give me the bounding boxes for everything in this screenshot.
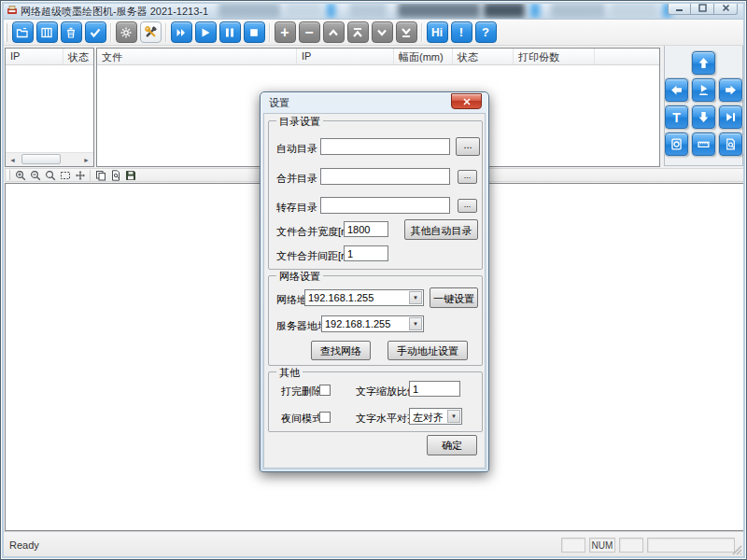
dialog-title: 设置 bbox=[269, 97, 289, 108]
column-header-status[interactable]: 状态 bbox=[63, 49, 93, 64]
window-controls bbox=[668, 2, 738, 15]
chevron-down-icon[interactable]: ▼ bbox=[409, 317, 422, 330]
question-icon: ? bbox=[482, 26, 489, 38]
move-down-button[interactable] bbox=[372, 21, 393, 43]
column-header-ip[interactable]: IP bbox=[297, 49, 394, 64]
status-bar: Ready NUM bbox=[2, 531, 745, 558]
send-all-button[interactable] bbox=[171, 21, 192, 43]
transfer-directory-browse-button[interactable]: ... bbox=[458, 199, 477, 213]
night-mode-checkbox[interactable] bbox=[319, 412, 331, 423]
dialog-close-button[interactable] bbox=[451, 93, 482, 109]
columns-button[interactable] bbox=[36, 21, 58, 43]
chevron-down-icon[interactable]: ▼ bbox=[409, 291, 422, 304]
maximize-button[interactable] bbox=[691, 2, 714, 15]
select-region-button[interactable] bbox=[58, 169, 73, 181]
add-button[interactable]: + bbox=[275, 21, 296, 43]
measure-button[interactable] bbox=[692, 133, 715, 156]
status-cell-caps bbox=[561, 538, 585, 553]
minus-icon: − bbox=[304, 25, 313, 40]
alert-button[interactable]: ! bbox=[451, 21, 472, 43]
move-media-right-button[interactable] bbox=[719, 78, 742, 102]
close-button[interactable] bbox=[714, 2, 738, 15]
client-list-panel: IP 状态 ◄ ► bbox=[5, 48, 94, 167]
print-test-button[interactable] bbox=[692, 78, 715, 102]
move-bottom-button[interactable] bbox=[396, 21, 417, 43]
titlebar-glass-blob bbox=[349, 3, 387, 18]
text-align-select[interactable]: 左对齐 ▼ bbox=[409, 408, 462, 425]
chevron-down-icon[interactable]: ▼ bbox=[447, 410, 460, 423]
job-list-header: 文件 IP 幅面(mm) 状态 打印份数 bbox=[97, 49, 659, 65]
scroll-right-arrow-icon[interactable]: ► bbox=[79, 153, 93, 166]
column-header-width[interactable]: 幅面(mm) bbox=[394, 49, 453, 64]
scroll-left-arrow-icon[interactable]: ◄ bbox=[6, 153, 20, 166]
status-cell-num: NUM bbox=[589, 538, 615, 553]
confirm-button[interactable] bbox=[85, 21, 106, 43]
toolbar-separator bbox=[266, 22, 273, 43]
remove-button[interactable]: − bbox=[299, 21, 320, 43]
move-media-down-button[interactable] bbox=[692, 105, 715, 129]
dialog-body: 目录设置 自动目录 ... 合并目录 ... 转存目录 ... 文件合并宽度[m… bbox=[263, 113, 486, 469]
skip-to-end-button[interactable] bbox=[719, 105, 742, 129]
stop-button[interactable] bbox=[244, 21, 265, 43]
column-header-file[interactable]: 文件 bbox=[97, 49, 297, 64]
titlebar-glass-blob bbox=[530, 3, 540, 18]
move-media-up-button[interactable] bbox=[692, 51, 715, 75]
titlebar-glass-blob bbox=[286, 3, 321, 18]
toolbar-grip[interactable] bbox=[5, 23, 7, 42]
merge-directory-input[interactable] bbox=[320, 168, 450, 185]
zoom-in-button[interactable] bbox=[13, 169, 28, 181]
auto-directory-input[interactable] bbox=[320, 138, 450, 155]
server-address-combo[interactable]: 192.168.1.255 ▼ bbox=[321, 315, 424, 332]
manual-address-button[interactable]: 手动地址设置 bbox=[388, 341, 468, 360]
help-button[interactable]: ? bbox=[475, 21, 497, 43]
tools-button[interactable] bbox=[140, 21, 162, 43]
pause-button[interactable] bbox=[219, 21, 241, 43]
transfer-directory-input[interactable] bbox=[320, 197, 450, 214]
delete-after-checkbox[interactable] bbox=[319, 385, 331, 396]
open-file-button[interactable] bbox=[12, 21, 34, 43]
auto-directory-browse-button[interactable]: ... bbox=[456, 137, 480, 156]
copy-button[interactable] bbox=[93, 169, 108, 181]
merge-gap-input[interactable] bbox=[344, 245, 388, 261]
resize-grip[interactable] bbox=[731, 544, 743, 556]
delete-button[interactable] bbox=[61, 21, 82, 43]
merge-directory-browse-button[interactable]: ... bbox=[458, 170, 477, 184]
frame-button[interactable] bbox=[665, 133, 688, 156]
text-tool-button[interactable]: T bbox=[665, 105, 688, 129]
server-address-value: 192.168.1.255 bbox=[325, 318, 407, 329]
save-button[interactable] bbox=[123, 169, 138, 181]
horizontal-scrollbar[interactable]: ◄ ► bbox=[6, 152, 93, 166]
zoom-out-button[interactable] bbox=[28, 169, 43, 181]
pan-button[interactable] bbox=[73, 169, 88, 181]
title-bar[interactable]: 网络超级喷墨绘图机-服务器 2021-1213-1 bbox=[2, 2, 745, 20]
start-button[interactable] bbox=[195, 21, 217, 43]
exclamation-icon: ! bbox=[459, 26, 463, 38]
ok-button[interactable]: 确定 bbox=[427, 435, 477, 455]
preview-file-button[interactable] bbox=[719, 133, 742, 156]
move-top-button[interactable] bbox=[347, 21, 369, 43]
settings-button[interactable] bbox=[116, 21, 137, 43]
group-legend: 其他 bbox=[276, 366, 303, 380]
text-align-value: 左对齐 bbox=[413, 411, 445, 425]
move-media-left-button[interactable] bbox=[665, 78, 688, 102]
print-preview-button[interactable] bbox=[108, 169, 123, 181]
column-header-ip[interactable]: IP bbox=[6, 49, 63, 64]
hi-button[interactable]: Hi bbox=[427, 21, 448, 43]
view-toolbar-grip[interactable] bbox=[7, 170, 10, 180]
find-network-button[interactable]: 查找网络 bbox=[311, 341, 371, 360]
minimize-button[interactable] bbox=[668, 2, 691, 15]
transfer-directory-label: 转存目录 bbox=[276, 201, 317, 215]
network-address-combo[interactable]: 192.168.1.255 ▼ bbox=[304, 289, 424, 306]
merge-width-input[interactable] bbox=[344, 221, 388, 237]
other-auto-directories-button[interactable]: 其他自动目录 bbox=[404, 219, 478, 240]
zoom-button[interactable] bbox=[43, 169, 58, 181]
text-scale-input[interactable] bbox=[409, 381, 460, 397]
column-header-status[interactable]: 状态 bbox=[453, 49, 514, 64]
control-grid: T bbox=[665, 51, 742, 156]
scrollbar-track[interactable] bbox=[61, 153, 79, 166]
main-toolbar: + − Hi ! ? bbox=[2, 20, 745, 46]
scrollbar-thumb[interactable] bbox=[21, 154, 61, 164]
move-up-button[interactable] bbox=[323, 21, 345, 43]
onekey-setup-button[interactable]: 一键设置 bbox=[430, 287, 478, 308]
column-header-copies[interactable]: 打印份数 bbox=[514, 49, 595, 64]
